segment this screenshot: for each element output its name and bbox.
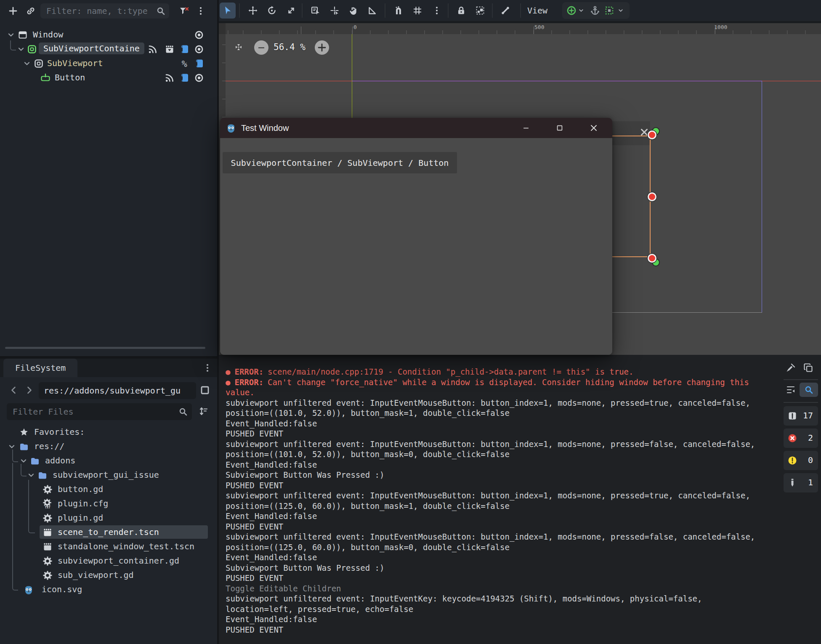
snap-options-menu[interactable] — [429, 3, 445, 19]
grid-snap-button[interactable] — [409, 3, 425, 19]
chevron-down-icon[interactable] — [22, 59, 32, 69]
move-tool-button[interactable] — [245, 3, 261, 19]
toolbar-separator — [302, 3, 303, 18]
favorites-item[interactable]: Favorites: — [0, 425, 217, 439]
chevron-down-icon[interactable] — [6, 30, 16, 40]
scene-tree-scrollbar[interactable] — [5, 347, 205, 349]
dock-menu-icon[interactable] — [202, 362, 213, 373]
clear-output-button[interactable] — [785, 362, 796, 373]
scene-node-subviewportcontainer[interactable]: SubViewportContaine — [0, 42, 217, 56]
gdscript-file-icon — [43, 556, 53, 566]
maximize-button[interactable] — [547, 118, 573, 138]
minimize-button[interactable] — [513, 118, 539, 138]
skeleton-options-button[interactable] — [497, 3, 513, 19]
group-selected-button[interactable] — [472, 3, 488, 19]
window-node-icon — [18, 30, 28, 40]
console-line: subviewport unfiltered event: InputEvent… — [226, 439, 764, 460]
clear-filter-icon[interactable] — [177, 4, 191, 18]
copy-output-button[interactable] — [803, 362, 814, 373]
view-menu-button[interactable]: View — [527, 0, 547, 21]
zoom-level-label[interactable]: 56.4 % — [274, 42, 306, 52]
warning-badge-icon — [787, 455, 797, 466]
file-plugin-cfg[interactable]: plugin.cfg — [0, 497, 217, 511]
test-window-body: SubviewportContainer / SubViewport / But… — [220, 138, 612, 355]
history-forward-button[interactable] — [22, 383, 36, 397]
subviewport-test-button[interactable]: SubviewportContainer / SubViewport / But… — [223, 152, 457, 173]
search-output-button[interactable] — [800, 383, 818, 397]
list-select-tool-button[interactable] — [308, 3, 324, 19]
file-filter-input[interactable] — [7, 403, 192, 420]
sort-files-icon[interactable] — [196, 404, 210, 418]
signal-connection-icon[interactable] — [147, 44, 158, 55]
file-scene-to-render-tscn-selected[interactable]: scene_to_render.tscn — [0, 525, 217, 540]
zoom-in-button[interactable] — [315, 40, 329, 55]
chevron-down-icon[interactable] — [617, 5, 624, 16]
errors-filter-button[interactable]: 2 — [784, 428, 818, 448]
add-node-button[interactable] — [6, 4, 20, 18]
pencil-icon — [787, 478, 797, 488]
chevron-down-icon[interactable] — [19, 456, 29, 466]
warnings-filter-button[interactable]: 0 — [784, 451, 818, 470]
scene-filter-input[interactable] — [40, 3, 169, 19]
anchor-icon[interactable] — [590, 5, 600, 16]
pivot-tool-button[interactable] — [327, 3, 343, 19]
scene-node-window[interactable]: Window — [0, 28, 217, 42]
zoom-out-button[interactable] — [254, 40, 268, 55]
scene-instance-icon[interactable] — [164, 44, 175, 55]
history-back-button[interactable] — [7, 383, 21, 397]
script-icon[interactable] — [179, 44, 190, 55]
file-icon-svg[interactable]: icon.svg — [0, 583, 217, 597]
resize-handle-right[interactable] — [648, 192, 656, 201]
select-tool-button[interactable] — [220, 3, 236, 19]
script-icon[interactable] — [194, 58, 205, 69]
chevron-down-icon[interactable] — [26, 470, 36, 480]
output-console: ●ERROR:scene/main/node.cpp:1719 - Condit… — [219, 355, 821, 644]
folder-addons[interactable]: addons — [0, 454, 217, 468]
file-plugin-gd[interactable]: plugin.gd — [0, 511, 217, 525]
file-subviewport-container-gd[interactable]: subviewport_container.gd — [0, 554, 217, 568]
visibility-eye-icon[interactable] — [194, 72, 205, 83]
ruler-tool-button[interactable] — [364, 3, 380, 19]
node-label: Button — [55, 72, 85, 82]
edited-filter-button[interactable]: 1 — [784, 473, 818, 492]
visibility-eye-icon[interactable] — [194, 44, 205, 55]
console-line-dim: Toggle Editable Children — [226, 583, 764, 594]
file-standalone-window-test-tscn[interactable]: standalone_window_test.tscn — [0, 540, 217, 554]
chevron-down-icon[interactable] — [16, 44, 26, 54]
scene-node-button[interactable]: Button — [0, 71, 217, 85]
pan-tool-button[interactable] — [345, 3, 361, 19]
anchor-preset-icon[interactable] — [604, 5, 614, 16]
messages-filter-button[interactable]: 17 — [784, 406, 818, 426]
resize-handle-top-right[interactable] — [648, 130, 656, 139]
scene-dock-menu-button[interactable] — [194, 4, 208, 18]
close-button[interactable] — [581, 118, 607, 138]
search-icon — [156, 6, 166, 16]
file-sub-viewport-gd[interactable]: sub_viewport.gd — [0, 568, 217, 583]
error-badge-icon — [787, 433, 797, 443]
add-control-node-icon[interactable] — [566, 5, 577, 16]
current-path-breadcrumb[interactable]: res://addons/subviewport_gu — [39, 382, 196, 399]
chevron-down-icon[interactable] — [7, 442, 17, 452]
visibility-eye-icon[interactable] — [194, 29, 205, 40]
folder-res-root[interactable]: res:// — [0, 439, 217, 454]
console-line: Event_Handled:false — [226, 552, 764, 563]
rotate-tool-button[interactable] — [264, 3, 280, 19]
unique-name-badge[interactable]: % — [179, 58, 190, 69]
scale-tool-button[interactable] — [283, 3, 299, 19]
folder-subviewport-gui-issue[interactable]: subviewport_gui_issue — [0, 468, 217, 482]
instance-scene-button[interactable] — [24, 4, 38, 18]
chevron-down-icon[interactable] — [577, 5, 585, 16]
script-icon[interactable] — [179, 72, 190, 83]
toggle-split-mode-icon[interactable] — [198, 383, 212, 397]
file-button-gd[interactable]: button.gd — [0, 482, 217, 497]
lock-selected-button[interactable] — [453, 3, 469, 19]
tab-filesystem[interactable]: FileSystem — [3, 359, 77, 377]
resize-handle-bottom-right[interactable] — [648, 254, 656, 263]
center-view-icon[interactable] — [234, 42, 244, 52]
2d-viewport[interactable]: 0 500 1000 56.4 % Test Window Sub — [219, 21, 821, 355]
test-window-titlebar[interactable]: Test Window — [220, 118, 612, 138]
collapse-duplicates-button[interactable] — [785, 384, 796, 395]
smart-snap-button[interactable] — [391, 3, 407, 19]
scene-node-subviewport[interactable]: SubViewport % — [0, 56, 217, 71]
signal-connection-icon[interactable] — [164, 72, 175, 83]
